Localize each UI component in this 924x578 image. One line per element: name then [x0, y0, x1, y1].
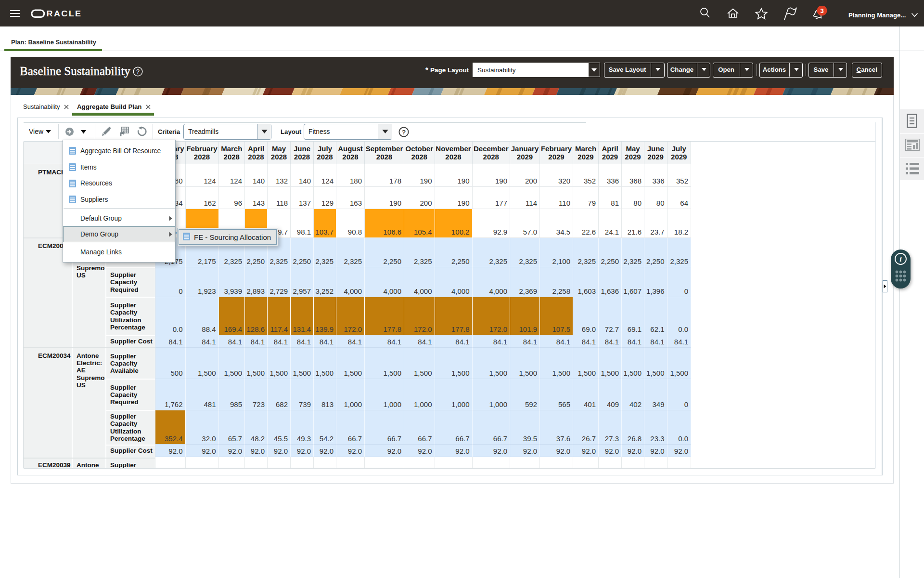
svg-text:RACLE: RACLE	[47, 9, 82, 18]
svg-text:3: 3	[820, 7, 823, 14]
svg-text:?: ?	[402, 129, 406, 136]
svg-text:?: ?	[136, 68, 140, 75]
